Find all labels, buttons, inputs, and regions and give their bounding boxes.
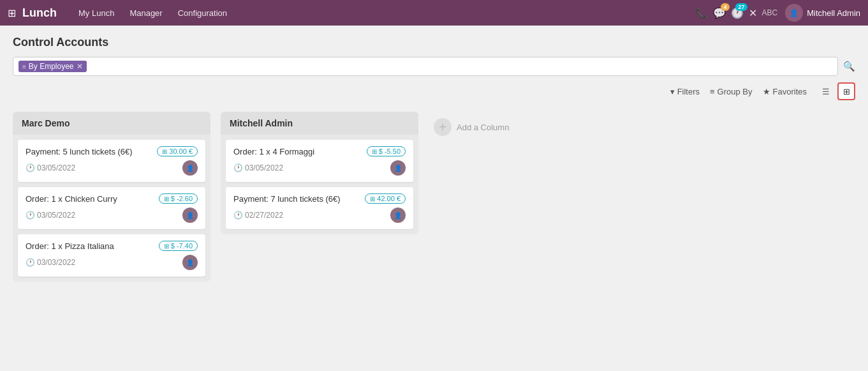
clock-icon: 🕐 [26,163,35,172]
add-column-btn[interactable]: + Add a Column [429,112,514,142]
card-title-row: Payment: 5 lunch tickets (6€) ⊞30.00 € [26,146,198,156]
card-date: 🕐03/05/2022 [26,163,75,172]
chat-icon[interactable]: 💬4 [713,7,726,19]
card-badge: ⊞$ -7.40 [159,241,198,251]
card-date: 🕐02/27/2022 [233,211,283,220]
card-title: Order: 1 x Pizza Italiana [26,241,114,251]
favorites-btn[interactable]: ★ Favorites [763,87,807,96]
card-meta-row: 🕐03/05/2022 👤 [26,160,198,176]
card-avatar: 👤 [390,208,406,223]
card-avatar: 👤 [182,160,198,176]
search-bar-row: ≡ By Employee ✕ 🔍 [13,57,855,76]
group-by-btn[interactable]: ≡ Group By [710,87,753,96]
card-title-row: Order: 1 x 4 Formaggi ⊞$ -5.50 [233,146,406,156]
kanban-board: Marc Demo Payment: 5 lunch tickets (6€) … [13,109,855,282]
card-badge: ⊞$ -5.50 [367,146,406,156]
badge-icon: ⊞ [370,195,375,202]
filter-icon: ▾ [670,87,675,96]
card-avatar: 👤 [182,208,198,223]
activity-badge: 27 [735,3,747,11]
card-badge: ⊞$ -2.60 [159,193,198,204]
filters-label: Filters [677,87,700,96]
kanban-cards: Payment: 5 lunch tickets (6€) ⊞30.00 € 🕐… [13,135,210,282]
card-title-row: Payment: 7 lunch tickets (6€) ⊞42.00 € [233,193,406,204]
tag-icon: ≡ [22,63,26,70]
card-meta-row: 🕐03/05/2022 👤 [233,160,406,176]
card-meta-row: 🕐03/05/2022 👤 [26,208,198,223]
kanban-card[interactable]: Order: 1 x Chicken Curry ⊞$ -2.60 🕐03/05… [18,187,205,229]
group-by-label: Group By [717,87,753,96]
badge-icon: ⊞ [164,195,169,202]
kanban-view-btn[interactable]: ⊞ [837,82,855,100]
toolbar-row: ▾ Filters ≡ Group By ★ Favorites ☰ ⊞ [13,82,855,100]
card-date: 🕐03/05/2022 [26,211,75,220]
clock-icon: 🕐 [26,211,35,220]
clock-icon: 🕐 [233,211,243,220]
nav-manager[interactable]: Manager [123,0,168,26]
card-avatar: 👤 [390,160,406,176]
nav-configuration[interactable]: Configuration [172,0,233,26]
card-avatar: 👤 [182,255,198,270]
page-title: Control Accounts [13,36,855,49]
badge-icon: ⊞ [164,243,169,250]
card-date: 🕐03/05/2022 [233,163,283,172]
kanban-cards: Order: 1 x 4 Formaggi ⊞$ -5.50 🕐03/05/20… [221,135,418,234]
app-name: Lunch [22,6,57,20]
kanban-col-header: Mitchell Admin [221,112,418,135]
card-title-row: Order: 1 x Pizza Italiana ⊞$ -7.40 [26,241,198,251]
tag-label: By Employee [29,62,74,71]
card-title: Payment: 5 lunch tickets (6€) [26,147,133,156]
kanban-card[interactable]: Order: 1 x Pizza Italiana ⊞$ -7.40 🕐03/0… [18,234,205,276]
nav-my-lunch[interactable]: My Lunch [72,0,121,26]
card-badge: ⊞30.00 € [157,146,198,156]
favorites-label: Favorites [773,87,807,96]
badge-icon: ⊞ [372,148,377,155]
card-title-row: Order: 1 x Chicken Curry ⊞$ -2.60 [26,193,198,204]
card-title: Payment: 7 lunch tickets (6€) [233,194,341,204]
user-menu[interactable]: 👤 Mitchell Admin [785,4,860,22]
kanban-card[interactable]: Payment: 5 lunch tickets (6€) ⊞30.00 € 🕐… [18,140,205,182]
badge-icon: ⊞ [162,148,167,155]
user-avatar: 👤 [785,4,803,22]
search-input-container[interactable]: ≡ By Employee ✕ [13,57,838,76]
plus-icon: + [434,118,452,136]
card-title: Order: 1 x 4 Formaggi [233,147,314,156]
card-title: Order: 1 x Chicken Curry [26,194,117,204]
add-column-label: Add a Column [457,123,509,132]
card-meta-row: 🕐02/27/2022 👤 [233,208,406,223]
filter-tag-by-employee[interactable]: ≡ By Employee ✕ [18,61,87,72]
clock-icon: 🕐 [233,163,243,172]
kanban-col-col-mitchell: Mitchell Admin Order: 1 x 4 Formaggi ⊞$ … [221,112,418,234]
list-view-btn[interactable]: ☰ [817,82,835,100]
filters-btn[interactable]: ▾ Filters [670,87,700,96]
topnav: ⊞ Lunch My Lunch Manager Configuration 📞… [0,0,868,26]
groupby-icon: ≡ [710,87,715,96]
kanban-card[interactable]: Payment: 7 lunch tickets (6€) ⊞42.00 € 🕐… [226,187,413,229]
kanban-col-header: Marc Demo [13,112,210,135]
kanban-card[interactable]: Order: 1 x 4 Formaggi ⊞$ -5.50 🕐03/05/20… [226,140,413,182]
card-meta-row: 🕐03/03/2022 👤 [26,255,198,270]
close-icon[interactable]: ✕ [749,7,757,19]
search-input[interactable] [89,62,832,72]
card-date: 🕐03/03/2022 [26,258,75,267]
phone-icon[interactable]: 📞 [695,7,708,19]
card-badge: ⊞42.00 € [365,193,406,204]
activity-icon[interactable]: 🕐27 [731,7,744,19]
tag-remove-btn[interactable]: ✕ [77,62,83,71]
search-button[interactable]: 🔍 [843,61,855,72]
kanban-col-col-marc: Marc Demo Payment: 5 lunch tickets (6€) … [13,112,210,282]
star-icon: ★ [763,87,770,96]
username: Mitchell Admin [807,8,860,18]
chat-badge: 4 [721,3,729,11]
abc-badge: ABC [762,8,778,17]
view-toggle: ☰ ⊞ [817,82,855,100]
page-content: Control Accounts ≡ By Employee ✕ 🔍 ▾ Fil… [0,26,868,292]
clock-icon: 🕐 [26,258,35,267]
grid-icon[interactable]: ⊞ [8,7,16,19]
